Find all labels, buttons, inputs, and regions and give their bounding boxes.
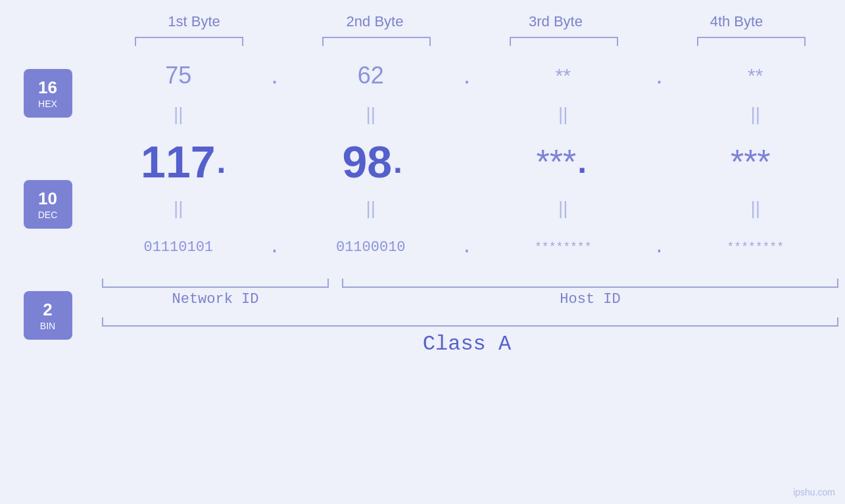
byte-headers: 1st Byte 2nd Byte 3rd Byte 4th Byte [104, 13, 827, 30]
network-bracket [102, 279, 329, 288]
byte-2-header: 2nd Byte [285, 13, 466, 30]
dec-row: 117 . 98 . *** . *** [95, 127, 838, 196]
equals-row-1: || || || || [95, 102, 838, 127]
dec-dot-3: . [577, 143, 587, 181]
top-bracket-4-wrap [658, 37, 845, 46]
hex-b2: 62 [358, 62, 384, 89]
host-bracket [342, 279, 838, 288]
hex-b4: ** [748, 64, 763, 87]
eq1-b3: || [558, 104, 568, 125]
bin-dot-1: . [269, 237, 280, 258]
eq1-b2: || [366, 104, 375, 125]
bin-b1: 01110101 [143, 239, 213, 256]
class-label: Class A [423, 332, 511, 356]
top-bracket-4 [697, 37, 806, 46]
bin-badge: 2 BIN [24, 291, 72, 340]
eq2-b4: || [750, 198, 760, 219]
badges-column: 16 HEX 10 DEC 2 BIN [0, 49, 95, 340]
dec-b4: *** [731, 142, 771, 181]
main-container: 1st Byte 2nd Byte 3rd Byte 4th Byte 16 H… [0, 0, 845, 504]
top-bracket-2-wrap [283, 37, 470, 46]
hex-dot-2: . [464, 62, 470, 89]
bin-b3: ******** [535, 241, 591, 254]
bin-row: 01110101 . 01100010 . ******** . [95, 221, 838, 273]
network-id-label: Network ID [102, 291, 329, 308]
eq2-b1: || [174, 198, 183, 219]
dec-b3: *** [536, 142, 576, 181]
bottom-bracket-row: Network ID Host ID [95, 279, 838, 308]
class-section: Class A [95, 317, 838, 356]
hex-dot-1: . [271, 62, 278, 89]
top-brackets-row [95, 37, 845, 46]
full-bracket [102, 317, 838, 327]
byte-4-header: 4th Byte [646, 13, 827, 30]
dec-b2: 98 [342, 136, 392, 187]
eq2-b2: || [366, 198, 375, 219]
bottom-brackets-section: Network ID Host ID [95, 279, 838, 356]
byte-3-header: 3rd Byte [466, 13, 646, 30]
hex-b1: 75 [165, 62, 191, 89]
dec-badge-label: DEC [38, 210, 58, 220]
host-id-label: Host ID [342, 291, 838, 308]
hex-badge-label: HEX [38, 99, 57, 109]
watermark: ipshu.com [793, 487, 835, 497]
dec-badge: 10 DEC [24, 180, 72, 229]
dec-dot-1: . [217, 143, 226, 181]
eq2-b3: || [558, 198, 568, 219]
bin-dot-3: . [654, 237, 665, 258]
dec-b1: 117 [141, 136, 215, 187]
hex-row: 75 . 62 . ** . ** [95, 49, 838, 102]
hex-b3: ** [556, 64, 571, 87]
hex-badge-number: 16 [38, 78, 57, 98]
eq1-b1: || [174, 104, 183, 125]
top-bracket-3-wrap [470, 37, 658, 46]
bin-badge-number: 2 [43, 300, 52, 320]
hex-badge: 16 HEX [24, 69, 72, 118]
bin-b2: 01100010 [336, 239, 406, 256]
dec-dot-2: . [393, 143, 402, 181]
content-area: 16 HEX 10 DEC 2 BIN 75 . [0, 49, 845, 356]
top-bracket-1 [135, 37, 243, 46]
data-rows: 75 . 62 . ** . ** [95, 49, 845, 356]
bin-b4: ******** [727, 241, 784, 254]
equals-row-2: || || || || [95, 196, 838, 221]
class-label-row: Class A [95, 332, 838, 356]
dec-badge-number: 10 [38, 189, 57, 209]
byte-1-header: 1st Byte [104, 13, 285, 30]
top-bracket-3 [510, 37, 618, 46]
eq1-b4: || [750, 104, 760, 125]
bin-dot-2: . [462, 237, 473, 258]
hex-dot-3: . [656, 62, 662, 89]
network-bracket-container: Network ID [102, 279, 329, 308]
host-bracket-container: Host ID [342, 279, 838, 308]
top-bracket-1-wrap [95, 37, 283, 46]
bin-badge-label: BIN [40, 321, 55, 331]
top-bracket-2 [322, 37, 431, 46]
